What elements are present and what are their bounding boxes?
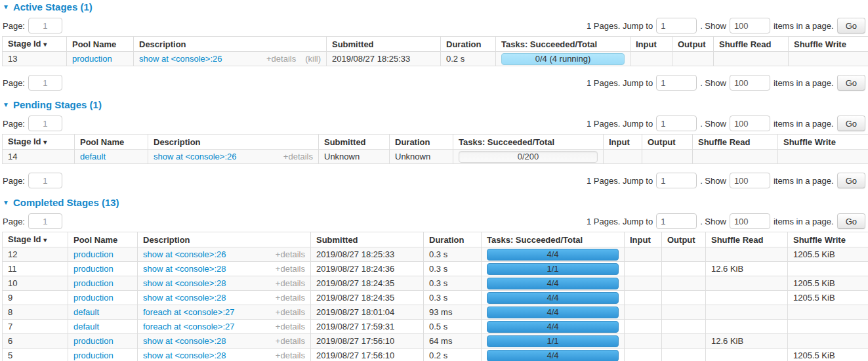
col-description[interactable]: Description xyxy=(138,232,311,247)
col-shuffle-write[interactable]: Shuffle Write xyxy=(789,37,868,52)
pool-name-link[interactable]: production xyxy=(72,54,112,64)
show-count-input[interactable] xyxy=(730,116,770,131)
details-toggle[interactable]: +details xyxy=(283,152,313,161)
details-toggle[interactable]: +details xyxy=(276,322,305,331)
description-link[interactable]: show at <console>:26 xyxy=(139,54,222,64)
col-duration[interactable]: Duration xyxy=(424,232,482,247)
col-shuffle-write[interactable]: Shuffle Write xyxy=(788,232,868,247)
col-output[interactable]: Output xyxy=(672,37,714,52)
description-link[interactable]: foreach at <console>:27 xyxy=(143,307,235,317)
description-link[interactable]: show at <console>:26 xyxy=(154,152,236,161)
jump-to-input[interactable] xyxy=(656,75,697,91)
details-toggle[interactable]: +details xyxy=(266,54,296,64)
description-link[interactable]: show at <console>:26 xyxy=(143,249,226,259)
col-submitted[interactable]: Submitted xyxy=(311,232,424,247)
pending-stages-header[interactable]: ▼ Pending Stages (1) xyxy=(3,99,866,110)
go-button[interactable]: Go xyxy=(837,116,865,131)
show-count-input[interactable] xyxy=(730,173,770,188)
items-per-page-label: items in a page. xyxy=(774,119,834,129)
show-count-input[interactable] xyxy=(730,213,770,229)
details-toggle[interactable]: +details xyxy=(276,278,305,288)
jump-to-input[interactable] xyxy=(656,213,697,229)
col-stage-id[interactable]: Stage Id ▾ xyxy=(3,37,67,52)
go-button[interactable]: Go xyxy=(837,213,865,229)
pending-stages-title: Pending Stages (1) xyxy=(13,99,102,110)
col-shuffle-read[interactable]: Shuffle Read xyxy=(693,135,778,150)
stage-id-cell: 7 xyxy=(3,320,68,334)
col-description[interactable]: Description xyxy=(134,37,327,52)
description-link[interactable]: show at <console>:28 xyxy=(143,264,226,274)
col-input[interactable]: Input xyxy=(630,37,672,52)
details-toggle[interactable]: +details xyxy=(276,264,305,274)
col-shuffle-read[interactable]: Shuffle Read xyxy=(714,37,789,52)
col-input[interactable]: Input xyxy=(625,232,662,247)
pool-name-link[interactable]: production xyxy=(73,278,114,288)
pool-name-link[interactable]: production xyxy=(73,264,114,274)
go-button[interactable]: Go xyxy=(837,75,865,91)
completed-stages-header[interactable]: ▼ Completed Stages (13) xyxy=(3,197,866,208)
details-toggle[interactable]: +details xyxy=(276,336,305,346)
page-input[interactable] xyxy=(28,75,62,91)
go-button[interactable]: Go xyxy=(837,18,865,33)
active-stages-header[interactable]: ▼ Active Stages (1) xyxy=(3,1,866,12)
col-submitted[interactable]: Submitted xyxy=(319,135,390,150)
col-duration[interactable]: Duration xyxy=(441,37,496,52)
details-toggle[interactable]: +details xyxy=(276,307,305,317)
pool-name-link[interactable]: default xyxy=(73,307,99,317)
col-shuffle-read[interactable]: Shuffle Read xyxy=(706,232,788,247)
col-description[interactable]: Description xyxy=(148,135,319,150)
col-duration[interactable]: Duration xyxy=(390,135,453,150)
description-link[interactable]: show at <console>:28 xyxy=(143,278,226,288)
pool-name-link[interactable]: default xyxy=(73,322,99,331)
page-input[interactable] xyxy=(28,173,62,188)
pool-name-link[interactable]: production xyxy=(73,350,114,360)
jump-to-input[interactable] xyxy=(656,18,697,33)
details-toggle[interactable]: +details xyxy=(276,249,305,259)
task-progress-label: 4/4 xyxy=(547,293,558,303)
col-input[interactable]: Input xyxy=(604,135,642,150)
tasks-cell: 0/200 xyxy=(453,150,604,164)
description-link[interactable]: show at <console>:28 xyxy=(143,350,226,360)
page-input[interactable] xyxy=(28,18,62,33)
kill-link[interactable]: (kill) xyxy=(305,54,321,64)
go-button[interactable]: Go xyxy=(837,173,865,188)
shuffle-read-cell xyxy=(693,150,778,164)
items-per-page-label: items in a page. xyxy=(774,78,834,88)
duration-cell: 0.3 s xyxy=(424,247,482,262)
details-toggle[interactable]: +details xyxy=(276,350,305,360)
page-input[interactable] xyxy=(28,116,62,131)
show-label: . Show xyxy=(700,119,726,129)
page-label: Page: xyxy=(3,217,25,226)
jump-to-input[interactable] xyxy=(656,173,697,188)
stage-id-cell: 6 xyxy=(3,334,68,349)
tasks-cell: 4/4 xyxy=(482,349,625,361)
col-stage-id[interactable]: Stage Id ▾ xyxy=(3,135,75,150)
jump-to-input[interactable] xyxy=(656,116,697,131)
description-link[interactable]: foreach at <console>:27 xyxy=(143,322,235,331)
col-output[interactable]: Output xyxy=(642,135,693,150)
pool-name-link[interactable]: production xyxy=(73,249,114,259)
col-tasks[interactable]: Tasks: Succeeded/Total xyxy=(453,135,604,150)
description-link[interactable]: show at <console>:28 xyxy=(143,336,226,346)
col-pool-name[interactable]: Pool Name xyxy=(67,37,134,52)
col-stage-id[interactable]: Stage Id ▾ xyxy=(3,232,68,247)
pool-name-link[interactable]: production xyxy=(73,293,114,303)
task-progress-label: 4/4 xyxy=(547,278,558,288)
col-pool-name[interactable]: Pool Name xyxy=(68,232,138,247)
details-toggle[interactable]: +details xyxy=(276,293,305,303)
description-cell: foreach at <console>:27+details xyxy=(138,305,311,320)
col-pool-name[interactable]: Pool Name xyxy=(75,135,148,150)
col-output[interactable]: Output xyxy=(662,232,706,247)
tasks-cell: 1/1 xyxy=(482,262,625,276)
show-count-input[interactable] xyxy=(730,75,770,91)
col-tasks[interactable]: Tasks: Succeeded/Total xyxy=(482,232,625,247)
col-tasks[interactable]: Tasks: Succeeded/Total xyxy=(496,37,630,52)
page-input[interactable] xyxy=(28,213,62,229)
pool-name-cell: production xyxy=(68,276,138,291)
col-shuffle-write[interactable]: Shuffle Write xyxy=(778,135,868,150)
col-submitted[interactable]: Submitted xyxy=(327,37,441,52)
pool-name-link[interactable]: default xyxy=(80,152,106,161)
description-link[interactable]: show at <console>:28 xyxy=(143,293,226,303)
show-count-input[interactable] xyxy=(730,18,770,33)
pool-name-link[interactable]: production xyxy=(73,336,114,346)
